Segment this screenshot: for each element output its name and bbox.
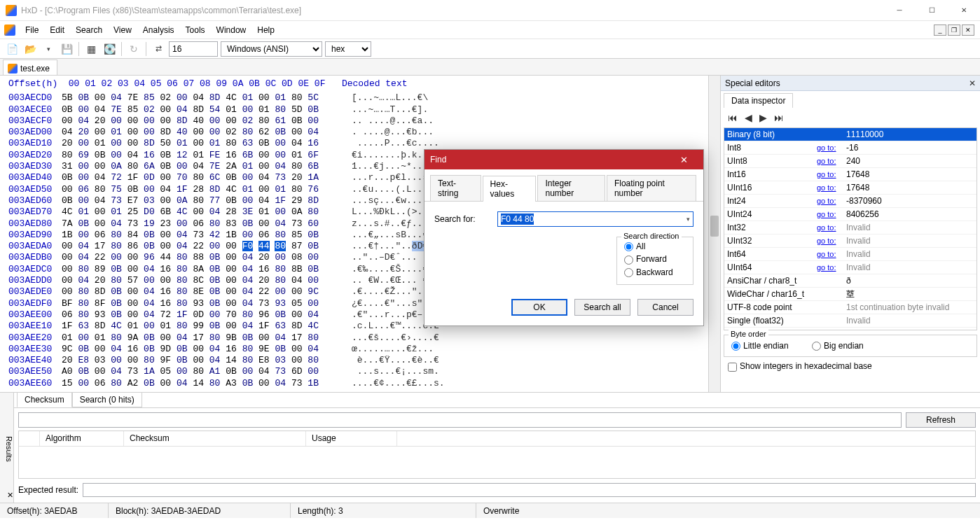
statusbar: Offset(h): 3AEDAB Block(h): 3AEDAB-3AEDA… bbox=[0, 503, 980, 518]
di-row[interactable]: UInt8go to:240 bbox=[724, 155, 976, 168]
expected-result-input[interactable] bbox=[83, 483, 976, 497]
results-tabs: Checksum Search (0 hits) bbox=[14, 393, 980, 408]
encoding-select[interactable]: Windows (ANSI) bbox=[221, 41, 322, 57]
results-sidebar-label: Results bbox=[5, 436, 13, 462]
toolbar: 📄 📂 ▾ 💾 ▦ 💽 ↻ ⇄ Windows (ANSI) hex bbox=[0, 39, 980, 59]
col-usage[interactable]: Usage bbox=[306, 431, 397, 446]
di-row[interactable]: Int64go to:Invalid bbox=[724, 248, 976, 261]
toolbar-separator bbox=[78, 42, 79, 56]
search-all-button[interactable]: Search all bbox=[574, 299, 630, 316]
di-row[interactable]: Int24go to:-8370960 bbox=[724, 195, 976, 208]
special-editors-title: Special editors bbox=[725, 78, 780, 88]
maximize-button[interactable]: ☐ bbox=[916, 0, 948, 21]
find-tab-hex[interactable]: Hex-values bbox=[483, 176, 537, 202]
mdi-minimize[interactable]: _ bbox=[934, 24, 946, 36]
find-close-button[interactable]: ✕ bbox=[670, 150, 698, 169]
di-row[interactable]: Binary (8 bit)11110000 bbox=[724, 128, 976, 141]
radio-little-endian[interactable]: Little endian bbox=[731, 341, 789, 351]
reload-icon[interactable]: ↻ bbox=[126, 41, 142, 57]
hex-integers-checkbox[interactable]: Show integers in hexadecimal base bbox=[721, 358, 980, 374]
menu-search[interactable]: Search bbox=[70, 23, 108, 37]
titlebar: HxD - [C:\Program Files (x86)\Steam\stea… bbox=[0, 0, 980, 21]
di-row[interactable]: Int32go to:Invalid bbox=[724, 221, 976, 234]
bytes-per-row-input[interactable] bbox=[169, 41, 218, 57]
menu-edit[interactable]: Edit bbox=[44, 23, 70, 37]
menu-analysis[interactable]: Analysis bbox=[137, 23, 180, 37]
nav-prev-icon[interactable]: ◀ bbox=[745, 112, 752, 123]
expected-label: Expected result: bbox=[18, 485, 78, 495]
mdi-controls: _ ❐ ✕ bbox=[934, 24, 977, 36]
ok-button[interactable]: OK bbox=[511, 299, 567, 316]
data-inspector-grid: Binary (8 bit)11110000Int8go to:-16UInt8… bbox=[724, 127, 977, 330]
find-body: Search for: F0 44 80 ▾ Search direction … bbox=[425, 202, 703, 292]
di-row[interactable]: Int8go to:-16 bbox=[724, 141, 976, 155]
scrollbar-thumb[interactable] bbox=[710, 216, 719, 237]
cancel-button[interactable]: Cancel bbox=[637, 299, 693, 316]
mdi-restore[interactable]: ❐ bbox=[948, 24, 960, 36]
save-icon[interactable]: 💾 bbox=[59, 41, 74, 57]
menu-help[interactable]: Help bbox=[251, 23, 280, 37]
find-tab-float[interactable]: Floating point number bbox=[607, 175, 696, 201]
mdi-close[interactable]: ✕ bbox=[962, 24, 974, 36]
radio-forward[interactable]: Forward bbox=[624, 253, 686, 265]
view-mode-select[interactable]: hex bbox=[325, 41, 371, 57]
ram-icon[interactable]: ▦ bbox=[83, 41, 99, 57]
radio-all[interactable]: All bbox=[624, 240, 686, 253]
results-table-header: Algorithm Checksum Usage bbox=[19, 431, 975, 447]
nav-last-icon[interactable]: ⏭ bbox=[774, 112, 784, 123]
di-row[interactable]: UTF-8 code point1st continuation byte in… bbox=[724, 301, 976, 314]
open-file-icon[interactable]: 📂 bbox=[22, 41, 38, 57]
window-title: HxD - [C:\Program Files (x86)\Steam\stea… bbox=[21, 6, 301, 15]
nav-next-icon[interactable]: ▶ bbox=[759, 112, 767, 123]
search-direction-legend: Search direction bbox=[621, 232, 682, 240]
window-controls: ─ ☐ ✕ bbox=[883, 0, 980, 21]
close-results-icon[interactable]: ✕ bbox=[7, 491, 13, 500]
minimize-button[interactable]: ─ bbox=[883, 0, 916, 21]
col-spacer bbox=[19, 431, 40, 446]
disk-icon[interactable]: 💽 bbox=[102, 41, 117, 57]
di-row[interactable]: UInt24go to:8406256 bbox=[724, 208, 976, 221]
radio-backward[interactable]: Backward bbox=[624, 266, 686, 279]
menu-tools[interactable]: Tools bbox=[180, 23, 211, 37]
file-tabs: test.exe bbox=[0, 59, 980, 76]
dropdown-icon[interactable]: ▾ bbox=[41, 41, 56, 57]
dropdown-icon[interactable]: ▾ bbox=[686, 216, 690, 223]
toolbar-separator bbox=[146, 42, 146, 56]
di-row[interactable]: UInt16go to:17648 bbox=[724, 181, 976, 195]
radio-big-endian[interactable]: Big endian bbox=[812, 341, 864, 351]
refresh-button[interactable]: Refresh bbox=[906, 412, 976, 428]
menu-file[interactable]: File bbox=[20, 23, 44, 37]
special-editors-panel: Special editors ✕ Data inspector ⏮ ◀ ▶ ⏭… bbox=[720, 76, 980, 392]
nav-first-icon[interactable]: ⏮ bbox=[728, 112, 738, 123]
results-main: Checksum Search (0 hits) Refresh Algorit… bbox=[14, 393, 980, 503]
di-row[interactable]: AnsiChar / char8_tð bbox=[724, 274, 976, 288]
menu-view[interactable]: View bbox=[108, 23, 137, 37]
special-editors-header: Special editors ✕ bbox=[721, 76, 980, 91]
find-dialog-title: Find bbox=[430, 155, 446, 164]
tab-data-inspector[interactable]: Data inspector bbox=[724, 93, 793, 108]
file-icon bbox=[8, 64, 18, 74]
results-combo[interactable] bbox=[18, 412, 902, 428]
close-button[interactable]: ✕ bbox=[948, 0, 980, 21]
find-tab-text[interactable]: Text-string bbox=[430, 175, 481, 201]
file-tab-test-exe[interactable]: test.exe bbox=[3, 59, 57, 75]
di-row[interactable]: Single (float32)Invalid bbox=[724, 314, 976, 328]
file-tab-label: test.exe bbox=[20, 64, 50, 74]
tab-checksum[interactable]: Checksum bbox=[17, 392, 72, 407]
col-checksum[interactable]: Checksum bbox=[124, 431, 306, 446]
search-for-input[interactable]: F0 44 80 ▾ bbox=[497, 211, 693, 227]
vertical-scrollbar[interactable] bbox=[708, 76, 720, 392]
menu-window[interactable]: Window bbox=[211, 23, 252, 37]
find-dialog-titlebar[interactable]: Find ✕ bbox=[425, 150, 703, 169]
di-row[interactable]: UInt64go to:Invalid bbox=[724, 261, 976, 274]
col-algorithm[interactable]: Algorithm bbox=[40, 431, 124, 446]
di-row[interactable]: Int16go to:17648 bbox=[724, 168, 976, 181]
close-panel-icon[interactable]: ✕ bbox=[969, 78, 976, 88]
new-file-icon[interactable]: 📄 bbox=[4, 41, 20, 57]
status-mode: Overwrite bbox=[476, 503, 980, 518]
di-row[interactable]: WideChar / char16_t䓰 bbox=[724, 288, 976, 301]
di-row[interactable]: UInt32go to:Invalid bbox=[724, 234, 976, 248]
find-tab-integer[interactable]: Integer number bbox=[537, 175, 605, 201]
tab-search-hits[interactable]: Search (0 hits) bbox=[72, 392, 142, 407]
find-dialog: Find ✕ Text-string Hex-values Integer nu… bbox=[424, 149, 704, 326]
